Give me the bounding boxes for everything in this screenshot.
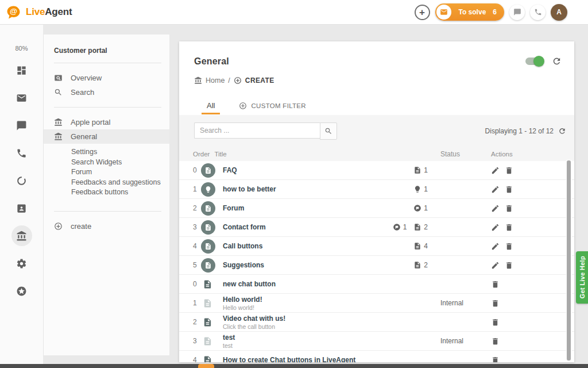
sidebar-subitem-settings[interactable]: Settings [71, 147, 169, 158]
displaying-count: Displaying 1 - 12 of 12 [485, 127, 554, 135]
rail-settings-button[interactable] [11, 253, 32, 274]
sidebar-subitem-forum[interactable]: Forum [71, 167, 169, 178]
rail-automation-button[interactable] [11, 170, 32, 191]
sidebar-item-general[interactable]: General [44, 129, 169, 144]
row-title: Contact form [223, 223, 365, 231]
search-submit-button[interactable] [320, 122, 337, 140]
delete-icon[interactable] [505, 223, 513, 232]
sidebar-subitem-feedback-buttons[interactable]: Feedback buttons [71, 187, 169, 198]
row-subtitle: Hello world! [223, 304, 365, 311]
table-row[interactable]: 0 FAQ 1 [179, 161, 574, 180]
chats-button[interactable] [509, 5, 525, 20]
edit-icon[interactable] [491, 223, 500, 232]
delete-icon[interactable] [505, 185, 513, 194]
table-row[interactable]: 5 Suggestions 2 [179, 256, 574, 275]
breadcrumb-home[interactable]: Home [206, 76, 225, 85]
rail-gamification-button[interactable] [11, 281, 32, 301]
article-icon [201, 220, 215, 235]
delete-icon[interactable] [505, 242, 513, 251]
rail-chats-button[interactable] [11, 115, 32, 136]
portal-enabled-toggle[interactable] [525, 57, 543, 65]
delete-icon[interactable] [491, 318, 500, 327]
row-order: 3 [193, 223, 201, 231]
edit-icon[interactable] [491, 261, 500, 270]
at-bubble-icon: @ [5, 5, 22, 20]
entries-badge: 1 [393, 223, 407, 231]
table-row[interactable]: 1 how to be better 1 [179, 180, 574, 199]
delete-icon[interactable] [505, 166, 513, 175]
search-input[interactable] [194, 122, 320, 139]
delete-icon[interactable] [491, 280, 500, 289]
delete-icon[interactable] [505, 204, 513, 213]
tab-custom-filter[interactable]: CUSTOM FILTER [231, 97, 314, 114]
to-solve-button[interactable]: To solve 6 [435, 3, 504, 21]
article-icon [413, 242, 421, 250]
delete-icon[interactable] [505, 261, 513, 270]
column-order: Order [193, 151, 210, 158]
table-row[interactable]: 0 new chat button [179, 275, 574, 294]
entries-badge: 1 [413, 185, 428, 193]
liveagent-logo[interactable]: @ LiveAgent [5, 5, 72, 20]
edit-icon[interactable] [491, 166, 500, 175]
table-row[interactable]: 3 test test Internal [179, 332, 574, 351]
icon-rail: 80% [0, 24, 43, 364]
rail-calls-button[interactable] [11, 143, 32, 163]
edit-icon[interactable] [491, 204, 500, 213]
scrollbar-thumb[interactable] [567, 160, 571, 361]
delete-icon[interactable] [491, 356, 500, 363]
breadcrumb-create-button[interactable]: CREATE [245, 76, 274, 85]
edit-icon[interactable] [491, 185, 500, 194]
usage-percent: 80% [15, 45, 28, 53]
add-circle-icon [239, 102, 247, 110]
sidebar-subitem-feedbacks[interactable]: Feedbacks and suggestions [71, 178, 169, 188]
sidebar-item-label: create [71, 222, 91, 231]
page-title: General [194, 56, 559, 67]
table-row[interactable]: 4 How to create Chat buttons in LiveAgen… [179, 351, 574, 362]
table-row[interactable]: 3 Contact form 1 2 [179, 218, 574, 237]
delete-icon[interactable] [491, 299, 500, 308]
get-live-help-button[interactable]: Get Live Help [576, 251, 588, 304]
article-icon [413, 261, 421, 269]
tab-all[interactable]: All [199, 97, 223, 114]
calls-button[interactable] [530, 5, 546, 20]
logo-text: LiveAgent [26, 6, 72, 18]
table-row[interactable]: 2 Forum 1 [179, 199, 574, 218]
user-avatar[interactable]: A [551, 4, 567, 21]
row-order: 1 [193, 299, 201, 307]
lightbulb-icon [201, 182, 215, 197]
search-icon [54, 88, 63, 97]
rail-portal-button[interactable] [11, 225, 32, 246]
table-row[interactable]: 1 Hello world! Hello world! Internal [179, 294, 574, 313]
table-row[interactable]: 2 Video chat with us! Click the call but… [179, 313, 574, 332]
lightbulb-icon [413, 185, 421, 193]
breadcrumb: Home / CREATE [194, 76, 559, 85]
bank-icon [194, 76, 202, 85]
rail-customers-button[interactable] [11, 198, 32, 218]
row-title: Forum [223, 204, 365, 212]
sidebar-subitem-search-widgets[interactable]: Search Widgets [71, 158, 169, 168]
sidebar-item-overview[interactable]: Overview [44, 71, 169, 85]
article-icon [413, 166, 421, 174]
row-status: Internal [428, 299, 485, 307]
edit-icon[interactable] [491, 242, 500, 251]
rail-dashboard-button[interactable] [11, 60, 32, 80]
refresh-button[interactable] [552, 56, 562, 66]
entries-badge: 1 [413, 166, 428, 174]
sidebar-item-create[interactable]: create [44, 219, 169, 233]
general-subitems: Settings Search Widgets Forum Feedbacks … [44, 144, 169, 204]
add-new-button[interactable]: + [415, 5, 430, 20]
refresh-icon[interactable] [558, 127, 566, 135]
search-group [194, 122, 337, 140]
sidebar-item-search[interactable]: Search [44, 85, 169, 99]
rail-tickets-button[interactable] [11, 87, 32, 108]
envelope-icon [16, 93, 27, 103]
table-row[interactable]: 4 Call buttons 4 [179, 237, 574, 256]
delete-icon[interactable] [491, 337, 500, 346]
envelope-icon [436, 5, 451, 20]
row-title: Call buttons [223, 242, 365, 250]
sidebar-item-apple-portal[interactable]: Apple portal [44, 115, 169, 129]
article-icon [201, 201, 215, 216]
chat-icon [513, 8, 521, 16]
column-title: Title [214, 151, 428, 158]
sidebar-item-label: Search [71, 88, 94, 97]
